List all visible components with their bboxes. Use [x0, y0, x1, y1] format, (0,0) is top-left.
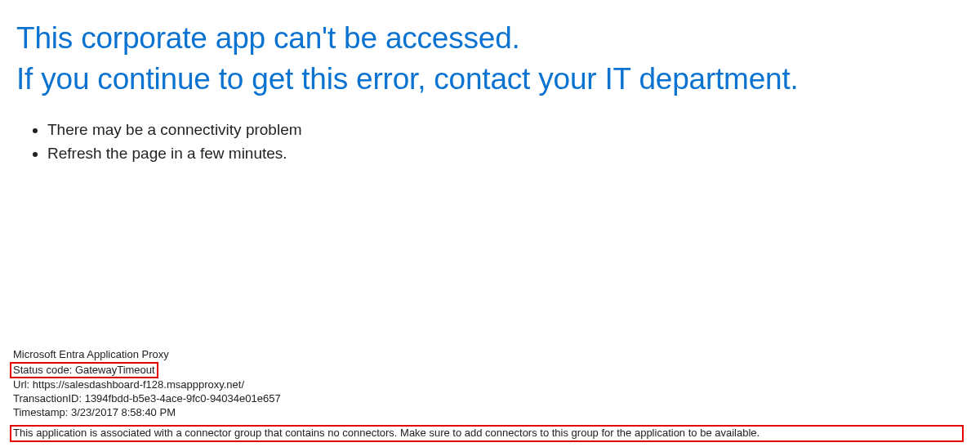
status-code-line: Status code: GatewayTimeout — [10, 362, 158, 379]
error-heading: This corporate app can't be accessed. If… — [0, 0, 980, 100]
timestamp-line: Timestamp: 3/23/2017 8:58:40 PM — [13, 406, 967, 420]
possible-causes-list: There may be a connectivity problem Refr… — [0, 100, 980, 166]
transaction-id-line: TransactionID: 1394fbdd-b5e3-4ace-9fc0-9… — [13, 392, 967, 406]
error-heading-line1: This corporate app can't be accessed. — [16, 18, 964, 59]
url-line: Url: https://salesdashboard-f128.msapppr… — [13, 378, 967, 392]
error-details-block: Microsoft Entra Application Proxy Status… — [13, 348, 967, 442]
product-name: Microsoft Entra Application Proxy — [13, 348, 967, 362]
error-message-line: This application is associated with a co… — [10, 425, 964, 442]
cause-item: Refresh the page in a few minutes. — [47, 141, 964, 165]
error-heading-line2: If you continue to get this error, conta… — [16, 59, 964, 100]
cause-item: There may be a connectivity problem — [47, 118, 964, 141]
